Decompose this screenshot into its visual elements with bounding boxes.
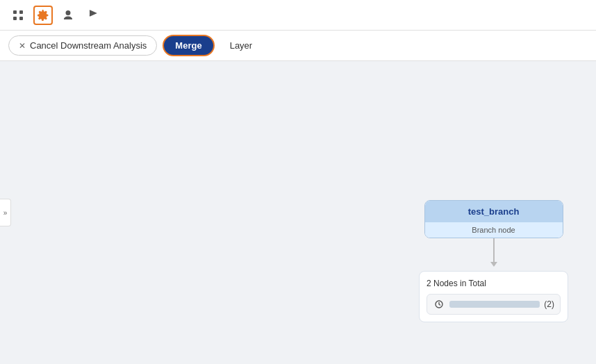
svg-rect-0 — [13, 10, 17, 14]
node-area: test_branch Branch node 2 Nodes in Total… — [419, 200, 568, 322]
left-collapse-handle[interactable]: » — [0, 199, 11, 226]
subtoolbar: ✕ Cancel Downstream Analysis Merge Layer — [0, 31, 596, 61]
nodes-summary-box: 2 Nodes in Total (2) — [419, 271, 568, 322]
canvas-area: » test_branch Branch node 2 Nodes in Tot… — [0, 61, 596, 364]
person-icon[interactable] — [58, 6, 78, 25]
gear-icon[interactable] — [33, 6, 53, 25]
node-bar — [449, 301, 540, 308]
nodes-total-title: 2 Nodes in Total — [427, 279, 561, 288]
flag-icon[interactable] — [83, 6, 103, 25]
close-icon: ✕ — [19, 41, 26, 51]
main-toolbar — [0, 0, 596, 31]
node-count: (2) — [544, 299, 554, 309]
svg-rect-1 — [19, 10, 23, 14]
node-row-icon — [433, 298, 445, 311]
cancel-label: Cancel Downstream Analysis — [30, 40, 147, 51]
svg-rect-3 — [19, 17, 23, 20]
nodes-row[interactable]: (2) — [427, 294, 561, 315]
chevron-right-icon: » — [3, 209, 8, 217]
layer-button[interactable]: Layer — [220, 36, 263, 55]
merge-button[interactable]: Merge — [163, 35, 214, 56]
branch-node-title: test_branch — [425, 201, 563, 222]
branch-node-subtitle: Branch node — [425, 222, 563, 238]
branch-node[interactable]: test_branch Branch node — [424, 200, 563, 238]
svg-rect-2 — [13, 17, 17, 20]
cancel-downstream-button[interactable]: ✕ Cancel Downstream Analysis — [8, 35, 157, 56]
grid-icon[interactable] — [8, 6, 28, 25]
